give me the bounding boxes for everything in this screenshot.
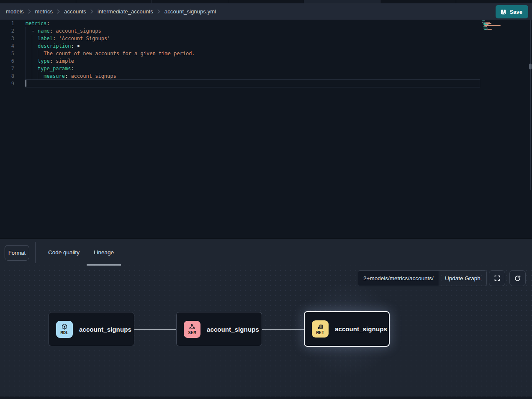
sem-badge: SEM xyxy=(184,321,200,338)
minimap-line xyxy=(486,26,488,27)
code-line: measure: account_signups xyxy=(26,72,195,80)
format-button[interactable]: Format xyxy=(5,245,29,261)
scrollbar-thumb[interactable] xyxy=(529,64,532,69)
chevron-right-icon xyxy=(157,9,161,14)
file-tab-strip xyxy=(0,0,532,3)
line-number-gutter: 123456789 xyxy=(0,20,18,87)
node-label: account_signups xyxy=(335,325,387,332)
node-label: account_signups xyxy=(207,326,259,333)
minimap-line xyxy=(483,24,487,25)
file-tab[interactable] xyxy=(228,0,304,3)
indent-guide xyxy=(32,35,32,80)
node-label: account_signups xyxy=(79,326,131,333)
code-line: The count of new accounts for a given ti… xyxy=(26,50,195,57)
code-line: description: > xyxy=(26,42,195,50)
badge-label: SEM xyxy=(188,330,196,335)
fullscreen-icon xyxy=(494,275,501,281)
fullscreen-button[interactable] xyxy=(489,270,505,286)
tab-lineage[interactable]: Lineage xyxy=(87,239,121,266)
minimap[interactable] xyxy=(481,20,509,53)
code-editor[interactable]: 123456789 metrics: - name: account_signu… xyxy=(0,20,532,238)
tab-code-quality[interactable]: Code quality xyxy=(41,239,87,266)
divider xyxy=(35,242,36,263)
met-badge: MET xyxy=(312,320,329,338)
lineage-canvas[interactable]: MDLaccount_signupsSEMaccount_signupsMETa… xyxy=(0,266,532,397)
code-line: metrics: xyxy=(26,20,195,27)
update-graph-button[interactable]: Update Graph xyxy=(439,271,486,286)
text-cursor xyxy=(26,80,26,87)
mdl-badge: MDL xyxy=(56,321,73,338)
minimap-line xyxy=(488,24,488,25)
semantic-graph-icon xyxy=(189,323,195,330)
line-number: 2 xyxy=(0,27,18,35)
minimap-line xyxy=(484,20,485,21)
save-label: Save xyxy=(510,9,522,15)
breadcrumb-bar: modelsmetricsaccountsintermediate_accoun… xyxy=(0,3,532,20)
lineage-node-mdl[interactable]: MDLaccount_signups xyxy=(49,312,134,346)
refresh-icon xyxy=(514,275,521,282)
file-tab[interactable] xyxy=(0,0,76,3)
minimap-line xyxy=(487,28,488,28)
breadcrumb-item[interactable]: accounts xyxy=(64,8,86,15)
lineage-node-met[interactable]: METaccount_signups xyxy=(304,311,390,347)
breadcrumb-item[interactable]: models xyxy=(6,8,24,15)
minimap-line xyxy=(482,22,483,23)
breadcrumb-item[interactable]: intermediate_accounts xyxy=(98,8,153,15)
file-tab[interactable] xyxy=(456,0,532,3)
minimap-line xyxy=(487,29,492,30)
line-number: 4 xyxy=(0,42,18,50)
badge-label: MET xyxy=(316,330,324,335)
lineage-edge xyxy=(134,329,176,330)
code-line: - name: account_signups xyxy=(26,27,195,35)
code-line: type: simple xyxy=(26,57,195,65)
save-icon xyxy=(500,9,506,15)
lineage-node-sem[interactable]: SEMaccount_signups xyxy=(176,312,262,346)
bottom-strip xyxy=(0,396,532,399)
chevron-right-icon xyxy=(90,9,94,14)
panel-tabs: Code qualityLineage xyxy=(41,239,121,266)
current-line-highlight xyxy=(25,79,480,87)
code-content[interactable]: metrics: - name: account_signups label: … xyxy=(26,20,195,87)
chevron-right-icon xyxy=(28,9,31,14)
line-number: 9 xyxy=(0,80,18,87)
minimap-line xyxy=(486,23,491,24)
breadcrumb-item[interactable]: metrics xyxy=(35,8,53,15)
file-tab[interactable] xyxy=(76,0,152,3)
line-number: 1 xyxy=(0,20,18,27)
ide-root: modelsmetricsaccountsintermediate_accoun… xyxy=(0,0,532,399)
model-cube-icon xyxy=(61,323,68,330)
bottom-panel: Format Code qualityLineage MDLaccount_si… xyxy=(0,238,532,396)
code-line: label: 'Account Signups' xyxy=(26,35,195,42)
line-number: 3 xyxy=(0,35,18,42)
minimap-line xyxy=(486,22,491,23)
lineage-filter-input[interactable] xyxy=(358,271,439,286)
scrollbar-track xyxy=(530,20,531,190)
indent-guide xyxy=(38,50,38,57)
minimap-line xyxy=(484,25,501,26)
refresh-button[interactable] xyxy=(509,270,526,286)
metric-chart-icon xyxy=(317,323,324,330)
badge-label: MDL xyxy=(61,330,69,335)
breadcrumb: modelsmetricsaccountsintermediate_accoun… xyxy=(6,8,216,15)
lineage-edge xyxy=(262,329,304,330)
file-tab[interactable] xyxy=(152,0,228,3)
file-tab[interactable] xyxy=(380,0,457,3)
chevron-right-icon xyxy=(57,9,60,14)
code-line: type_params: xyxy=(26,65,195,72)
breadcrumb-item[interactable]: account_signups.yml xyxy=(164,8,216,15)
save-button[interactable]: Save xyxy=(496,5,528,18)
line-number: 6 xyxy=(0,57,18,65)
lineage-filter-group: Update Graph xyxy=(358,270,487,286)
line-number: 7 xyxy=(0,65,18,72)
indent-guide xyxy=(38,72,38,80)
line-number: 8 xyxy=(0,72,18,80)
line-number: 5 xyxy=(0,50,18,57)
file-tab-active[interactable] xyxy=(304,0,380,3)
minimap-line xyxy=(483,28,487,28)
indent-guide xyxy=(26,27,26,80)
